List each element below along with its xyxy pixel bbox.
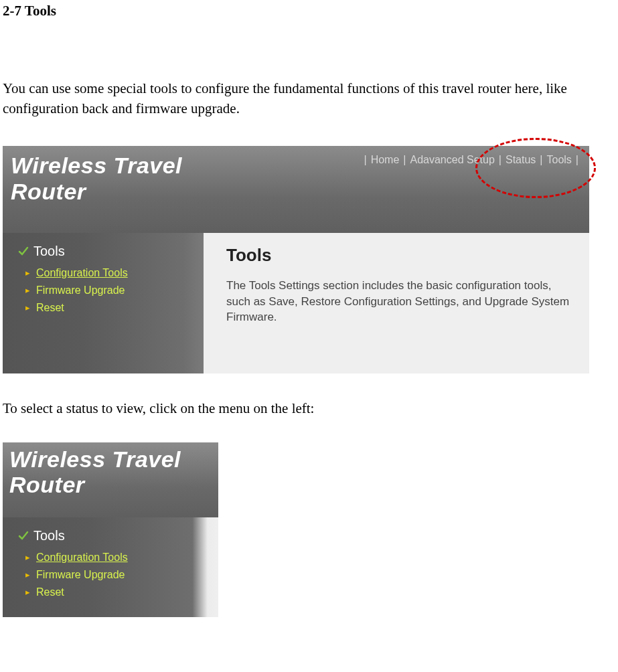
sidebar-items: ▸ Configuration Tools ▸ Firmware Upgrade… (17, 549, 218, 601)
arrow-right-icon: ▸ (25, 285, 32, 295)
sidebar: Tools ▸ Configuration Tools ▸ Firmware U… (3, 233, 204, 373)
router-logo: Wireless Travel Router (3, 146, 182, 233)
sidebar-items: ▸ Configuration Tools ▸ Firmware Upgrade… (17, 264, 204, 317)
content-heading: Tools (226, 245, 578, 266)
arrow-right-icon: ▸ (25, 268, 32, 278)
sidebar-item-label: Reset (36, 302, 64, 314)
sidebar-item-label: Configuration Tools (36, 267, 128, 279)
logo-line-1: Wireless Travel (9, 446, 181, 472)
sidebar-item-reset[interactable]: ▸ Reset (25, 299, 204, 317)
check-icon (17, 245, 29, 257)
sidebar-heading-label: Tools (33, 528, 65, 543)
sidebar-heading: Tools (17, 244, 204, 259)
sidebar-heading-label: Tools (33, 244, 65, 259)
router-ui-full: Wireless Travel Router | Home | Adavance… (3, 146, 589, 373)
sidebar-item-configuration-tools[interactable]: ▸ Configuration Tools (25, 264, 204, 282)
logo-line-2: Router (11, 179, 86, 204)
router-ui-sidebar-only: Wireless Travel Router Tools ▸ Configura… (3, 442, 218, 617)
sidebar-item-label: Firmware Upgrade (36, 569, 125, 581)
nav-advanced-setup[interactable]: Adavanced Setup (410, 154, 494, 166)
arrow-right-icon: ▸ (25, 587, 32, 597)
sidebar-item-firmware-upgrade[interactable]: ▸ Firmware Upgrade (25, 282, 204, 299)
sidebar-item-firmware-upgrade[interactable]: ▸ Firmware Upgrade (25, 566, 218, 584)
nav-separator: | (540, 154, 542, 166)
sidebar-item-label: Firmware Upgrade (36, 284, 125, 297)
mid-paragraph: To select a status to view, click on the… (0, 400, 618, 417)
router-header: Wireless Travel Router | Home | Adavance… (3, 146, 589, 233)
nav-separator: | (364, 154, 366, 166)
sidebar: Tools ▸ Configuration Tools ▸ Firmware U… (3, 517, 218, 617)
nav-separator: | (403, 154, 406, 166)
logo-line-2: Router (9, 472, 85, 497)
check-icon (17, 529, 29, 541)
sidebar-item-reset[interactable]: ▸ Reset (25, 584, 218, 601)
intro-paragraph: You can use some special tools to config… (0, 78, 618, 119)
router-header: Wireless Travel Router (3, 442, 218, 517)
nav-status[interactable]: Status (506, 154, 536, 166)
arrow-right-icon: ▸ (25, 303, 32, 313)
nav-home[interactable]: Home (371, 154, 400, 166)
nav-separator: | (499, 154, 501, 166)
logo-line-1: Wireless Travel (11, 153, 182, 178)
top-nav: | Home | Adavanced Setup | Status | Tool… (364, 154, 578, 166)
sidebar-heading: Tools (17, 528, 218, 543)
arrow-right-icon: ▸ (25, 552, 32, 562)
router-logo: Wireless Travel Router (3, 442, 218, 497)
nav-separator: | (576, 154, 578, 166)
arrow-right-icon: ▸ (25, 570, 32, 580)
nav-tools[interactable]: Tools (546, 154, 571, 166)
router-body: Tools ▸ Configuration Tools ▸ Firmware U… (3, 233, 589, 373)
sidebar-item-label: Reset (36, 586, 64, 598)
sidebar-item-label: Configuration Tools (36, 552, 128, 564)
highlight-ellipse (475, 138, 596, 198)
section-heading: 2-7 Tools (0, 0, 618, 19)
sidebar-item-configuration-tools[interactable]: ▸ Configuration Tools (25, 549, 218, 566)
content-panel: Tools The Tools Settings section include… (204, 233, 589, 373)
content-description: The Tools Settings section includes the … (226, 278, 578, 325)
